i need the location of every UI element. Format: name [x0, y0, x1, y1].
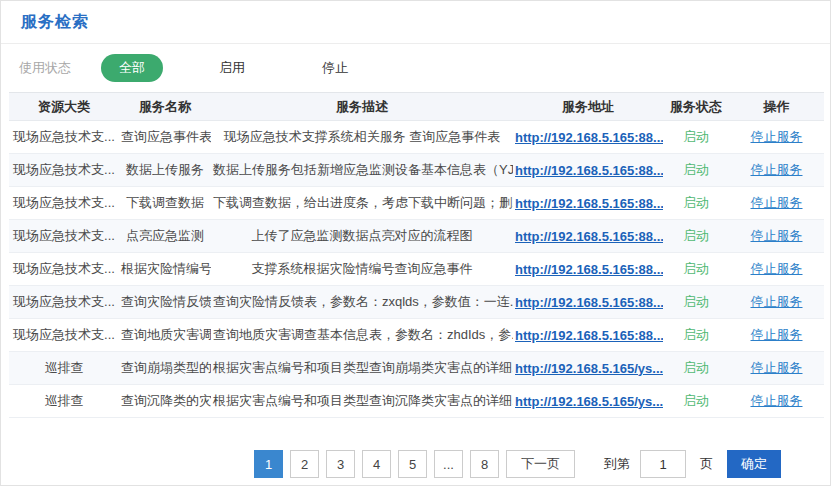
stop-service-link[interactable]: 停止服务 — [751, 327, 803, 342]
page-number-button[interactable]: 2 — [290, 450, 319, 478]
cell-description: 现场应急技术支撑系统相关服务 查询应急事件表 — [211, 121, 513, 154]
cell-description: 支撑系统根据灾险情编号查询应急事件 — [211, 253, 513, 286]
cell-service-name: 查询应急事件表 — [119, 121, 211, 154]
cell-category: 现场应急技术支... — [9, 121, 119, 154]
cell-service-name: 查询地质灾害调... — [119, 319, 211, 352]
filter-option-stopped[interactable]: 停止 — [306, 54, 364, 82]
page-number-button[interactable]: 5 — [398, 450, 427, 478]
header-description: 服务描述 — [211, 93, 513, 121]
cell-category: 巡排查 — [9, 385, 119, 418]
cell-service-url: http://192.168.5.165:88... — [513, 154, 663, 187]
table-row: 现场应急技术支... 数据上传服务 数据上传服务包括新增应急监测设备基本信息表（… — [9, 154, 824, 187]
cell-service-url: http://192.168.5.165:88... — [513, 286, 663, 319]
service-url-link[interactable]: http://192.168.5.165/ys... — [515, 361, 663, 376]
cell-action: 停止服务 — [729, 121, 824, 154]
page-buttons: 12345...8 — [254, 450, 506, 478]
stop-service-link[interactable]: 停止服务 — [751, 261, 803, 276]
stop-service-link[interactable]: 停止服务 — [751, 129, 803, 144]
header-status: 服务状态 — [663, 93, 729, 121]
stop-service-link[interactable]: 停止服务 — [751, 360, 803, 375]
cell-service-url: http://192.168.5.165:88... — [513, 253, 663, 286]
cell-status: 启动 — [663, 121, 729, 154]
cell-status: 启动 — [663, 352, 729, 385]
service-url-link[interactable]: http://192.168.5.165:88... — [515, 163, 663, 178]
table-header-row: 资源大类 服务名称 服务描述 服务地址 服务状态 操作 — [9, 93, 824, 121]
status-filter-label: 使用状态 — [19, 59, 71, 77]
header-category: 资源大类 — [9, 93, 119, 121]
service-url-link[interactable]: http://192.168.5.165/ys... — [515, 394, 663, 409]
cell-description: 数据上传服务包括新增应急监测设备基本信息表（YJB... — [211, 154, 513, 187]
cell-category: 现场应急技术支... — [9, 319, 119, 352]
cell-service-url: http://192.168.5.165:88... — [513, 220, 663, 253]
cell-status: 启动 — [663, 319, 729, 352]
page-number-button[interactable]: 4 — [362, 450, 391, 478]
cell-service-name: 点亮应急监测 — [119, 220, 211, 253]
cell-action: 停止服务 — [729, 253, 824, 286]
cell-service-url: http://192.168.5.165/ys... — [513, 385, 663, 418]
goto-page-label: 到第 — [604, 455, 630, 473]
page-number-button[interactable]: 3 — [326, 450, 355, 478]
cell-action: 停止服务 — [729, 352, 824, 385]
table-header: 资源大类 服务名称 服务描述 服务地址 服务状态 操作 — [9, 93, 824, 121]
cell-category: 现场应急技术支... — [9, 253, 119, 286]
service-url-link[interactable]: http://192.168.5.165:88... — [515, 328, 663, 343]
service-url-link[interactable]: http://192.168.5.165:88... — [515, 196, 663, 211]
cell-category: 现场应急技术支... — [9, 220, 119, 253]
page-number-button[interactable]: ... — [434, 450, 463, 478]
cell-action: 停止服务 — [729, 220, 824, 253]
table-row: 巡排查 查询崩塌类型的... 根据灾害点编号和项目类型查询崩塌类灾害点的详细..… — [9, 352, 824, 385]
cell-service-name: 根据灾险情编号... — [119, 253, 211, 286]
stop-service-link[interactable]: 停止服务 — [751, 162, 803, 177]
header-action: 操作 — [729, 93, 824, 121]
cell-action: 停止服务 — [729, 286, 824, 319]
table-body: 现场应急技术支... 查询应急事件表 现场应急技术支撑系统相关服务 查询应急事件… — [9, 121, 824, 418]
next-page-button[interactable]: 下一页 — [506, 450, 575, 478]
stop-service-link[interactable]: 停止服务 — [751, 294, 803, 309]
cell-status: 启动 — [663, 154, 729, 187]
table-row: 现场应急技术支... 下载调查数据 下载调查数据，给出进度条，考虑下载中断问题；… — [9, 187, 824, 220]
page-number-button[interactable]: 8 — [470, 450, 499, 478]
confirm-button[interactable]: 确定 — [727, 450, 781, 478]
filter-option-all[interactable]: 全部 — [101, 54, 163, 82]
table-row: 现场应急技术支... 查询灾险情反馈... 查询灾险情反馈表，参数名：zxqld… — [9, 286, 824, 319]
cell-action: 停止服务 — [729, 385, 824, 418]
cell-service-name: 查询灾险情反馈... — [119, 286, 211, 319]
services-table: 资源大类 服务名称 服务描述 服务地址 服务状态 操作 现场应急技术支... 查… — [9, 92, 824, 418]
table-row: 现场应急技术支... 点亮应急监测 上传了应急监测数据点亮对应的流程图 http… — [9, 220, 824, 253]
cell-service-url: http://192.168.5.165:88... — [513, 187, 663, 220]
page-number-button[interactable]: 1 — [254, 450, 283, 478]
service-url-link[interactable]: http://192.168.5.165:88... — [515, 295, 663, 310]
cell-action: 停止服务 — [729, 154, 824, 187]
cell-description: 查询灾险情反馈表，参数名：zxqlds，参数值：一连... — [211, 286, 513, 319]
table-row: 现场应急技术支... 查询应急事件表 现场应急技术支撑系统相关服务 查询应急事件… — [9, 121, 824, 154]
filter-option-enabled[interactable]: 启用 — [203, 54, 261, 82]
header-service-name: 服务名称 — [119, 93, 211, 121]
cell-description: 根据灾害点编号和项目类型查询崩塌类灾害点的详细... — [211, 352, 513, 385]
cell-action: 停止服务 — [729, 187, 824, 220]
service-url-link[interactable]: http://192.168.5.165:88... — [515, 229, 663, 244]
cell-category: 现场应急技术支... — [9, 154, 119, 187]
page-unit-label: 页 — [700, 455, 713, 473]
cell-service-name: 查询沉降类的灾... — [119, 385, 211, 418]
header-service-url: 服务地址 — [513, 93, 663, 121]
stop-service-link[interactable]: 停止服务 — [751, 393, 803, 408]
stop-service-link[interactable]: 停止服务 — [751, 228, 803, 243]
page-title: 服务检索 — [21, 13, 89, 30]
title-bar: 服务检索 — [1, 1, 830, 44]
cell-service-name: 下载调查数据 — [119, 187, 211, 220]
service-url-link[interactable]: http://192.168.5.165:88... — [515, 262, 663, 277]
cell-service-name: 查询崩塌类型的... — [119, 352, 211, 385]
cell-service-name: 数据上传服务 — [119, 154, 211, 187]
goto-page-input[interactable] — [640, 450, 686, 478]
cell-description: 根据灾害点编号和项目类型查询沉降类灾害点的详细... — [211, 385, 513, 418]
table-row: 现场应急技术支... 根据灾险情编号... 支撑系统根据灾险情编号查询应急事件 … — [9, 253, 824, 286]
cell-status: 启动 — [663, 385, 729, 418]
cell-category: 现场应急技术支... — [9, 286, 119, 319]
cell-category: 现场应急技术支... — [9, 187, 119, 220]
table-row: 现场应急技术支... 查询地质灾害调... 查询地质灾害调查基本信息表，参数名：… — [9, 319, 824, 352]
cell-status: 启动 — [663, 286, 729, 319]
cell-service-url: http://192.168.5.165/ys... — [513, 352, 663, 385]
stop-service-link[interactable]: 停止服务 — [751, 195, 803, 210]
cell-service-url: http://192.168.5.165:88... — [513, 319, 663, 352]
service-url-link[interactable]: http://192.168.5.165:88... — [515, 130, 663, 145]
